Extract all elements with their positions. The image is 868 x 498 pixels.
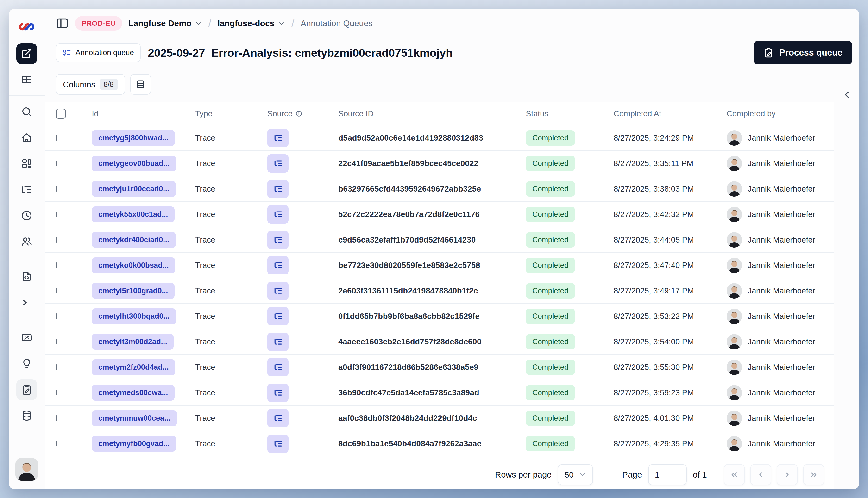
row-id-pill[interactable]: cmetymmuw00cea... — [92, 410, 177, 426]
row-source-link[interactable] — [267, 384, 288, 402]
row-source-link[interactable] — [267, 307, 288, 325]
sidebar-item-sessions[interactable] — [16, 205, 37, 226]
row-id-pill[interactable]: cmetyg5j800bwad... — [92, 130, 175, 146]
previous-page-button[interactable] — [750, 464, 771, 485]
dashboard-icon — [21, 158, 33, 169]
status-badge: Completed — [526, 385, 575, 401]
row-checkbox[interactable] — [56, 339, 57, 344]
column-header-type[interactable]: Type — [195, 109, 267, 118]
row-checkbox[interactable] — [56, 313, 57, 319]
row-checkbox[interactable] — [56, 415, 57, 421]
column-header-source[interactable]: Source — [267, 109, 338, 118]
lightbulb-icon — [21, 358, 33, 369]
row-completed-by-name: Jannik Maierhoefer — [748, 388, 815, 397]
row-completed-by-name: Jannik Maierhoefer — [748, 184, 815, 194]
row-completed-by: Jannik Maierhoefer — [727, 334, 834, 350]
column-header-source-id[interactable]: Source ID — [338, 109, 526, 118]
main-area: PROD-EU Langfuse Demo / langfuse-docs / … — [45, 9, 859, 489]
row-source-link[interactable] — [267, 231, 288, 249]
first-page-button[interactable] — [724, 464, 745, 485]
table-row: cmetymeds00cwa... Trace 36b90cdfc47e5da1… — [45, 380, 834, 405]
row-height-button[interactable] — [130, 74, 151, 95]
select-all-checkbox[interactable] — [56, 109, 66, 119]
list-tree-icon — [273, 438, 283, 449]
sidebar-item-annotation-queues[interactable] — [16, 379, 37, 400]
sidebar-item-tracing[interactable] — [16, 179, 37, 200]
row-completed-by: Jannik Maierhoefer — [727, 309, 834, 324]
row-source-link[interactable] — [267, 154, 288, 173]
sidebar-item-insights[interactable] — [16, 353, 37, 374]
column-header-completed-at[interactable]: Completed At — [613, 109, 727, 118]
row-completed-at: 8/27/2025, 3:42:32 PM — [613, 210, 727, 219]
row-id-pill[interactable]: cmetyk55x00c1ad... — [92, 207, 174, 222]
column-header-completed-by[interactable]: Completed by — [727, 109, 834, 118]
row-checkbox[interactable] — [56, 160, 57, 166]
breadcrumb-separator: / — [208, 17, 211, 29]
status-badge: Completed — [526, 309, 575, 324]
sidebar-toggle-button[interactable] — [56, 17, 69, 30]
row-source-link[interactable] — [267, 358, 288, 376]
sidebar-item-prompts[interactable] — [16, 266, 37, 287]
sidebar-item-projects[interactable] — [16, 69, 37, 90]
row-source-link[interactable] — [267, 180, 288, 198]
row-id-pill[interactable]: cmetylht300bqad0... — [92, 309, 176, 324]
columns-button[interactable]: Columns 8/8 — [56, 74, 125, 95]
collapse-panel-button[interactable] — [840, 88, 854, 102]
row-id-pill[interactable]: cmetyl5r100grad0... — [92, 283, 174, 299]
sidebar-item-dashboards[interactable] — [16, 153, 37, 174]
row-checkbox[interactable] — [56, 186, 57, 192]
org-switcher[interactable]: Langfuse Demo — [128, 18, 202, 28]
row-completed-at: 8/27/2025, 3:55:30 PM — [613, 363, 727, 372]
row-id-pill[interactable]: cmetymeds00cwa... — [92, 385, 174, 401]
sidebar — [9, 9, 45, 489]
row-source-link[interactable] — [267, 129, 288, 147]
project-switcher[interactable]: langfuse-docs — [218, 18, 285, 28]
status-badge: Completed — [526, 334, 575, 350]
row-id-pill[interactable]: cmetyko0k00bsad... — [92, 258, 175, 273]
panel-left-icon — [56, 17, 69, 30]
sidebar-item-home[interactable] — [16, 127, 37, 148]
row-id-pill[interactable]: cmetygeov00buad... — [92, 156, 176, 171]
row-id-pill[interactable]: cmetykdr400ciad0... — [92, 232, 176, 248]
row-checkbox[interactable] — [56, 262, 57, 268]
table-row: cmetyl5r100grad0... Trace 2e603f31361115… — [45, 278, 834, 303]
sidebar-item-playground[interactable] — [16, 292, 37, 313]
sidebar-item-datasets[interactable] — [16, 405, 37, 426]
column-header-status[interactable]: Status — [526, 109, 613, 118]
list-tree-icon — [273, 184, 283, 194]
row-completed-by-name: Jannik Maierhoefer — [748, 261, 815, 270]
user-avatar[interactable] — [15, 458, 38, 481]
row-checkbox[interactable] — [56, 364, 57, 370]
row-checkbox[interactable] — [56, 390, 57, 395]
row-source-link[interactable] — [267, 256, 288, 274]
next-page-button[interactable] — [777, 464, 798, 485]
row-checkbox[interactable] — [56, 237, 57, 243]
sidebar-item-users[interactable] — [16, 231, 37, 252]
page-label: Page — [622, 470, 642, 480]
langfuse-logo-icon[interactable] — [18, 20, 35, 33]
row-source-link[interactable] — [267, 409, 288, 427]
rows-per-page-select[interactable]: 50 — [558, 464, 593, 485]
row-source-link[interactable] — [267, 205, 288, 224]
process-queue-button[interactable]: Process queue — [754, 41, 852, 64]
column-header-id[interactable]: Id — [92, 109, 195, 118]
page-number-input[interactable] — [648, 464, 687, 485]
last-page-button[interactable] — [803, 464, 824, 485]
app-window: PROD-EU Langfuse Demo / langfuse-docs / … — [9, 9, 859, 489]
row-id-pill[interactable]: cmetymyfb00gvad... — [92, 436, 176, 451]
row-checkbox[interactable] — [56, 441, 57, 446]
open-in-new-button[interactable] — [16, 43, 37, 64]
sidebar-item-evaluation[interactable] — [16, 327, 37, 348]
info-icon — [296, 110, 302, 117]
environment-badge[interactable]: PROD-EU — [75, 16, 122, 30]
row-source-link[interactable] — [267, 282, 288, 300]
row-id-pill[interactable]: cmetyju1r00ccad0... — [92, 181, 176, 197]
row-id-pill[interactable]: cmetym2fz00d4ad... — [92, 359, 175, 375]
row-id-pill[interactable]: cmetylt3m00d2ad... — [92, 334, 173, 350]
sidebar-item-search[interactable] — [16, 102, 37, 122]
row-source-link[interactable] — [267, 333, 288, 351]
row-source-link[interactable] — [267, 434, 288, 453]
row-checkbox[interactable] — [56, 211, 57, 217]
row-checkbox[interactable] — [56, 135, 57, 141]
row-checkbox[interactable] — [56, 288, 57, 293]
